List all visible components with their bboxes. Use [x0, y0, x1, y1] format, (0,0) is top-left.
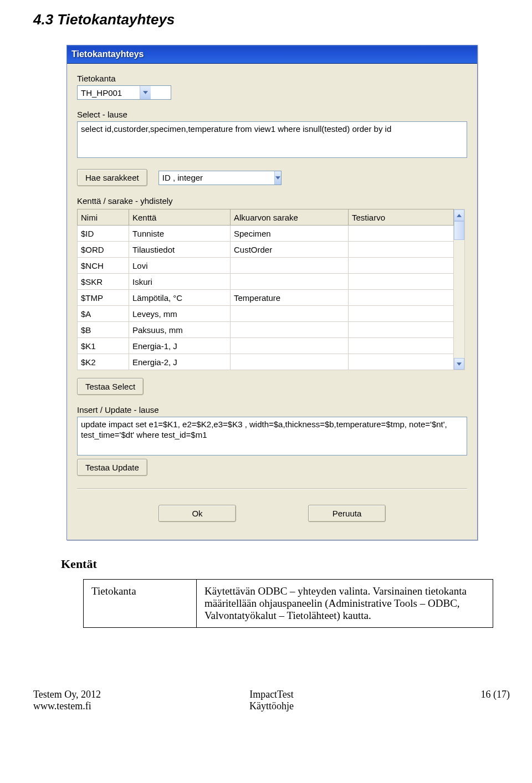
- db-dropdown-value: TH_HP001: [78, 86, 140, 99]
- cell-nimi[interactable]: $A: [78, 306, 129, 322]
- page-footer: Testem Oy, 2012 www.testem.fi ImpactTest…: [0, 689, 532, 729]
- db-dropdown[interactable]: TH_HP001: [77, 85, 171, 100]
- chevron-down-icon[interactable]: [274, 171, 281, 185]
- mapping-table[interactable]: Nimi Kenttä Alkuarvon sarake Testiarvo $…: [77, 209, 454, 370]
- titlebar: Tietokantayhteys: [67, 45, 477, 64]
- cell-kentta[interactable]: Iskuri: [129, 274, 231, 290]
- svg-marker-1: [275, 176, 280, 179]
- cell-alku[interactable]: CustOrder: [231, 242, 349, 258]
- select-textarea[interactable]: select id,custorder,specimen,temperature…: [77, 121, 467, 158]
- divider: [77, 488, 467, 489]
- description-section: Kentät Tietokanta Käytettävän ODBC – yht…: [61, 557, 510, 628]
- scroll-thumb[interactable]: [454, 221, 464, 240]
- window-title: Tietokantayhteys: [71, 49, 144, 59]
- table-row[interactable]: $BPaksuus, mm: [78, 322, 454, 338]
- test-update-button[interactable]: Testaa Update: [77, 459, 147, 476]
- chevron-down-icon[interactable]: [140, 86, 151, 99]
- svg-marker-3: [457, 362, 462, 365]
- dialog-window: Tietokantayhteys Tietokanta TH_HP001 Sel…: [66, 45, 478, 540]
- column-dropdown[interactable]: ID , integer: [158, 171, 282, 185]
- cell-kentta[interactable]: Leveys, mm: [129, 306, 231, 322]
- cell-alku[interactable]: [231, 322, 349, 338]
- mapping-grid: Nimi Kenttä Alkuarvon sarake Testiarvo $…: [77, 209, 465, 370]
- cell-test[interactable]: [349, 354, 454, 370]
- test-select-button[interactable]: Testaa Select: [77, 378, 144, 395]
- cell-nimi[interactable]: $SKR: [78, 274, 129, 290]
- cancel-button[interactable]: Peruuta: [308, 505, 386, 522]
- footer-product: ImpactTest: [192, 689, 351, 700]
- column-dropdown-value: ID , integer: [159, 171, 274, 185]
- insert-label: Insert / Update - lause: [77, 405, 467, 414]
- cell-kentta[interactable]: Paksuus, mm: [129, 322, 231, 338]
- col-nimi: Nimi: [78, 209, 129, 226]
- footer-left: Testem Oy, 2012 www.testem.fi: [33, 689, 192, 712]
- cell-nimi[interactable]: $TMP: [78, 290, 129, 306]
- cell-test[interactable]: [349, 274, 454, 290]
- svg-marker-2: [457, 214, 462, 217]
- section-heading: 4.3 Tietokantayhteys: [33, 11, 510, 28]
- footer-doc: Käyttöohje: [192, 700, 351, 712]
- vertical-scrollbar[interactable]: [454, 209, 465, 370]
- table-row[interactable]: $K2Energia-2, J: [78, 354, 454, 370]
- col-alku: Alkuarvon sarake: [231, 209, 349, 226]
- footer-page: 16 (17): [351, 689, 510, 700]
- dialog-buttons: Ok Peruuta: [77, 499, 467, 530]
- cell-nimi[interactable]: $ORD: [78, 242, 129, 258]
- desc-value: Käytettävän ODBC – yhteyden valinta. Var…: [197, 580, 493, 628]
- ok-button[interactable]: Ok: [158, 505, 236, 522]
- footer-right: 16 (17): [351, 689, 510, 712]
- col-testiarvo: Testiarvo: [349, 209, 454, 226]
- description-table: Tietokanta Käytettävän ODBC – yhteyden v…: [83, 579, 493, 628]
- cell-nimi[interactable]: $ID: [78, 226, 129, 242]
- table-header-row: Nimi Kenttä Alkuarvon sarake Testiarvo: [78, 209, 454, 226]
- fields-heading: Kentät: [61, 557, 510, 571]
- cell-kentta[interactable]: Lämpötila, °C: [129, 290, 231, 306]
- table-row[interactable]: $SKRIskuri: [78, 274, 454, 290]
- cell-alku[interactable]: [231, 306, 349, 322]
- table-row[interactable]: $ORDTilaustiedotCustOrder: [78, 242, 454, 258]
- table-row[interactable]: $ALeveys, mm: [78, 306, 454, 322]
- scroll-track[interactable]: [454, 221, 464, 358]
- cell-nimi[interactable]: $NCH: [78, 258, 129, 274]
- cell-kentta[interactable]: Lovi: [129, 258, 231, 274]
- cell-alku[interactable]: Temperature: [231, 290, 349, 306]
- cell-kentta[interactable]: Energia-2, J: [129, 354, 231, 370]
- cell-alku[interactable]: [231, 338, 349, 354]
- footer-center: ImpactTest Käyttöohje: [192, 689, 351, 712]
- cell-test[interactable]: [349, 306, 454, 322]
- table-row[interactable]: $IDTunnisteSpecimen: [78, 226, 454, 242]
- select-label: Select - lause: [77, 110, 467, 119]
- col-kentta: Kenttä: [129, 209, 231, 226]
- cell-test[interactable]: [349, 338, 454, 354]
- cell-nimi[interactable]: $B: [78, 322, 129, 338]
- fetch-columns-button[interactable]: Hae sarakkeet: [77, 169, 147, 186]
- mapping-label: Kenttä / sarake - yhdistely: [77, 196, 467, 206]
- cell-test[interactable]: [349, 322, 454, 338]
- footer-company: Testem Oy, 2012: [33, 689, 192, 700]
- cell-kentta[interactable]: Energia-1, J: [129, 338, 231, 354]
- cell-nimi[interactable]: $K1: [78, 338, 129, 354]
- cell-test[interactable]: [349, 258, 454, 274]
- table-row: Tietokanta Käytettävän ODBC – yhteyden v…: [84, 580, 493, 628]
- footer-url: www.testem.fi: [33, 700, 192, 712]
- cell-alku[interactable]: [231, 274, 349, 290]
- svg-marker-0: [143, 91, 148, 94]
- cell-kentta[interactable]: Tilaustiedot: [129, 242, 231, 258]
- insert-textarea[interactable]: update impact set e1=$K1, e2=$K2,e3=$K3 …: [77, 417, 467, 456]
- cell-test[interactable]: [349, 290, 454, 306]
- scroll-down-icon[interactable]: [454, 358, 464, 370]
- table-row[interactable]: $K1Energia-1, J: [78, 338, 454, 354]
- cell-alku[interactable]: Specimen: [231, 226, 349, 242]
- cell-alku[interactable]: [231, 258, 349, 274]
- cell-test[interactable]: [349, 242, 454, 258]
- cell-kentta[interactable]: Tunniste: [129, 226, 231, 242]
- db-label: Tietokanta: [77, 74, 467, 83]
- cell-test[interactable]: [349, 226, 454, 242]
- cell-alku[interactable]: [231, 354, 349, 370]
- cell-nimi[interactable]: $K2: [78, 354, 129, 370]
- scroll-up-icon[interactable]: [454, 209, 464, 221]
- desc-key: Tietokanta: [84, 580, 197, 628]
- table-row[interactable]: $NCHLovi: [78, 258, 454, 274]
- table-row[interactable]: $TMPLämpötila, °CTemperature: [78, 290, 454, 306]
